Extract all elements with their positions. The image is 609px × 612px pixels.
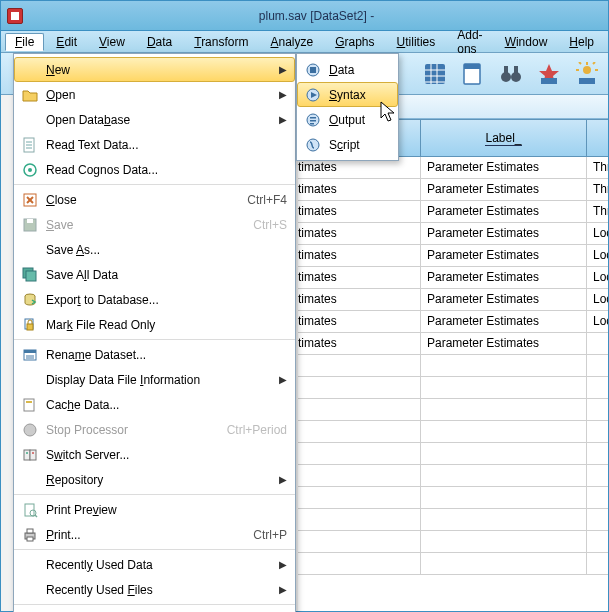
file-menu-stop: Stop Processor Ctrl+Period (14, 417, 295, 442)
grid-row[interactable] (298, 531, 608, 553)
data-grid[interactable]: timatesParameter EstimatesThres timatesP… (298, 157, 608, 611)
export-icon (22, 292, 38, 308)
grid-row[interactable] (298, 509, 608, 531)
menu-transform[interactable]: Transform (184, 33, 258, 51)
grid-row[interactable] (298, 421, 608, 443)
toolbar-find-button[interactable] (494, 57, 528, 91)
svg-rect-20 (579, 78, 595, 84)
grid-header-col-next[interactable] (587, 120, 608, 156)
svg-point-26 (28, 168, 32, 172)
svg-rect-45 (30, 450, 36, 460)
file-menu-cache[interactable]: Cache Data... (14, 392, 295, 417)
file-menu-open[interactable]: Open ▶ (14, 82, 295, 107)
grid-row[interactable] (298, 377, 608, 399)
folder-icon (22, 87, 38, 103)
grid-header-label[interactable]: Label_ (421, 120, 587, 156)
file-menu-switch-server[interactable]: Switch Server... (14, 442, 295, 467)
close-icon (22, 192, 38, 208)
lock-icon (22, 317, 38, 333)
file-menu-read-cognos[interactable]: Read Cognos Data... (14, 157, 295, 182)
file-menu-read-text[interactable]: Read Text Data... (14, 132, 295, 157)
file-menu-read-only[interactable]: Mark File Read Only (14, 312, 295, 337)
file-menu-exit[interactable]: Exit (14, 607, 295, 612)
file-menu-print-preview[interactable]: Print Preview (14, 497, 295, 522)
file-menu-display-info[interactable]: Display Data File Information ▶ (14, 367, 295, 392)
script-icon (305, 137, 321, 153)
svg-rect-0 (425, 64, 445, 84)
file-menu-recent-files[interactable]: Recently Used Files ▶ (14, 577, 295, 602)
svg-rect-55 (310, 67, 316, 73)
star-icon (537, 62, 561, 86)
file-menu-repository[interactable]: Repository ▶ (14, 467, 295, 492)
grid-row[interactable]: timatesParameter EstimatesLoca (298, 245, 608, 267)
menu-analyze[interactable]: Analyze (260, 33, 323, 51)
sheet-icon (461, 62, 485, 86)
window-title: plum.sav [DataSet2] - (31, 9, 602, 23)
svg-line-19 (593, 62, 595, 64)
grid-row[interactable]: timatesParameter EstimatesThres (298, 179, 608, 201)
cache-icon (22, 397, 38, 413)
file-menu[interactable]: New ▶ Open ▶ Open Database ▶ Read Text D… (13, 53, 296, 612)
grid-row[interactable]: timatesParameter EstimatesThres (298, 201, 608, 223)
toolbar-sun-button[interactable] (570, 57, 604, 91)
menu-utilities[interactable]: Utilities (387, 33, 446, 51)
grid-row[interactable] (298, 553, 608, 575)
menu-window[interactable]: Window (495, 33, 558, 51)
svg-point-14 (583, 66, 591, 74)
file-menu-close[interactable]: Close Ctrl+F4 (14, 187, 295, 212)
new-submenu-output[interactable]: Output (297, 107, 398, 132)
menu-file[interactable]: File (5, 33, 44, 51)
new-submenu[interactable]: Data Syntax Output Script (296, 53, 399, 161)
print-preview-icon (22, 502, 38, 518)
svg-point-43 (24, 424, 36, 436)
save-all-icon (22, 267, 38, 283)
svg-line-18 (579, 62, 581, 64)
syntax-icon (305, 87, 321, 103)
file-menu-recent-data[interactable]: Recently Used Data ▶ (14, 552, 295, 577)
new-submenu-syntax[interactable]: Syntax (297, 82, 398, 107)
rename-icon (22, 347, 38, 363)
menu-data[interactable]: Data (137, 33, 182, 51)
grid-row[interactable]: timatesParameter EstimatesLoca (298, 289, 608, 311)
file-menu-rename[interactable]: Rename Dataset... (14, 342, 295, 367)
svg-rect-38 (24, 350, 36, 353)
svg-rect-7 (464, 64, 480, 69)
stop-icon (22, 422, 38, 438)
svg-rect-59 (310, 117, 316, 119)
new-submenu-data[interactable]: Data (297, 57, 398, 82)
menu-graphs[interactable]: Graphs (325, 33, 384, 51)
toolbar-grid-button[interactable] (418, 57, 452, 91)
file-menu-print[interactable]: Print... Ctrl+P (14, 522, 295, 547)
svg-rect-52 (27, 529, 33, 533)
text-file-icon (22, 137, 38, 153)
grid-row[interactable] (298, 443, 608, 465)
new-submenu-script[interactable]: Script (297, 132, 398, 157)
menu-edit[interactable]: Edit (46, 33, 87, 51)
file-menu-save-all[interactable]: Save All Data (14, 262, 295, 287)
grid-row[interactable] (298, 487, 608, 509)
data-icon (305, 62, 321, 78)
menu-help[interactable]: Help (559, 33, 604, 51)
file-menu-new[interactable]: New ▶ (14, 57, 295, 82)
menubar: File Edit View Data Transform Analyze Gr… (1, 31, 608, 53)
grid-row[interactable]: timatesParameter Estimates (298, 333, 608, 355)
cognos-icon (22, 162, 38, 178)
grid-row[interactable] (298, 355, 608, 377)
toolbar-star-button[interactable] (532, 57, 566, 91)
file-menu-open-database[interactable]: Open Database ▶ (14, 107, 295, 132)
svg-rect-11 (514, 66, 518, 74)
file-menu-save-as[interactable]: Save As... (14, 237, 295, 262)
grid-row[interactable] (298, 465, 608, 487)
menu-separator (14, 494, 295, 495)
main-window: plum.sav [DataSet2] - File Edit View Dat… (0, 0, 609, 612)
grid-row[interactable]: timatesParameter EstimatesLoca (298, 267, 608, 289)
svg-rect-36 (27, 324, 33, 330)
grid-row[interactable]: timatesParameter EstimatesLoca (298, 223, 608, 245)
toolbar-sheet-button[interactable] (456, 57, 490, 91)
menu-separator (14, 339, 295, 340)
switch-server-icon (22, 447, 38, 463)
file-menu-export-db[interactable]: Export to Database... (14, 287, 295, 312)
grid-row[interactable]: timatesParameter EstimatesLoca (298, 311, 608, 333)
menu-view[interactable]: View (89, 33, 135, 51)
grid-row[interactable] (298, 399, 608, 421)
